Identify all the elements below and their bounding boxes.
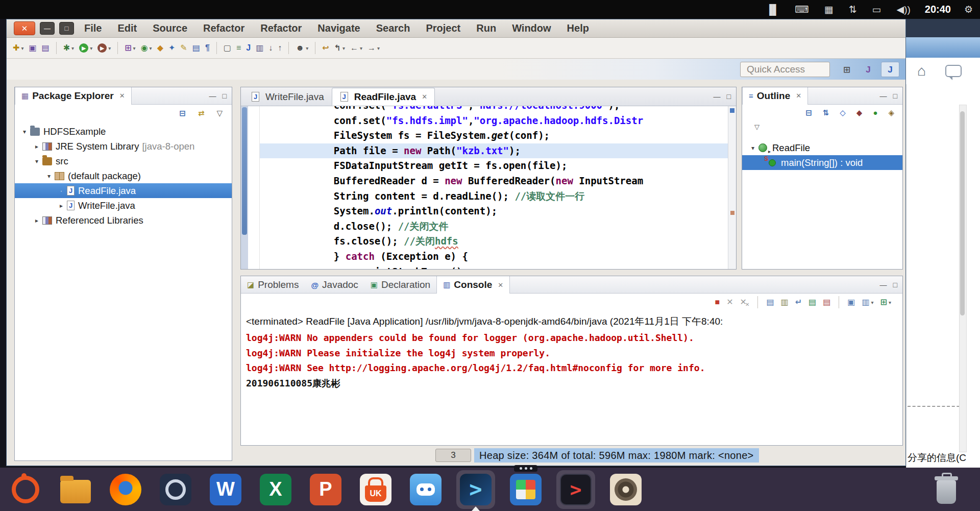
tree-item-hdfsexample[interactable]: ▾HDFSExample [15,124,232,139]
tree-item-src[interactable]: ▾src [15,154,232,168]
java-browsing-perspective-icon[interactable]: J [860,62,877,77]
debug-icon[interactable]: ✱▾ [61,41,76,55]
code-line[interactable]: fs.close(); //关闭hdfs [260,234,728,249]
dock-indicator-icon[interactable]: ▐▌ [766,5,779,14]
prev-annotation-icon[interactable]: ↑ [276,41,284,55]
display-console-icon-dropdown[interactable]: ▾ [871,300,874,305]
hide-non-public-icon[interactable]: ● [871,105,879,119]
menu-run[interactable]: Run [476,22,496,34]
hide-fields-icon[interactable]: ◇ [838,105,848,119]
file-manager-dock-item[interactable] [56,470,95,509]
session-menu[interactable]: ⚙ [964,5,973,15]
clear-console-icon[interactable]: ▤ [764,295,776,309]
expand-icon[interactable]: ▸ [32,217,41,224]
maximize-icon[interactable]: □ [893,92,897,100]
remove-launch-icon[interactable]: ✕ [724,295,735,309]
ubuntu-launcher-dock-item[interactable] [6,470,45,509]
java-editor-icon[interactable]: J [244,41,253,55]
open-console-icon[interactable]: ⊞▾ [878,295,893,309]
code-line[interactable]: FSDataInputStream getIt = fs.open(file); [260,158,728,174]
scrollbar-thumb[interactable] [960,111,965,315]
minimize-icon[interactable]: — [714,92,721,101]
menu-edit[interactable]: Edit [117,22,137,34]
view-menu-icon[interactable]: ▽ [752,119,762,134]
background-window[interactable]: ⌂ 分享的信息(C [906,19,980,468]
close-button[interactable]: ✕ [14,21,35,35]
menu-source[interactable]: Source [153,22,187,34]
go-into-icon-dropdown[interactable]: ▾ [342,45,345,51]
go-into-icon[interactable]: ↰▾ [332,41,347,55]
open-console-icon-dropdown[interactable]: ▾ [889,300,891,305]
menu-project[interactable]: Project [426,22,460,34]
annotation-marker[interactable] [730,108,734,113]
user-account-icon-dropdown[interactable]: ▾ [306,45,308,51]
word-processor-dock-item[interactable]: W [206,470,245,509]
code-line[interactable]: Path file = new Path("kzb.txt"); [260,143,728,159]
tree-item-readfile-java[interactable]: ·ReadFile.java [15,183,232,198]
spelling-marker[interactable] [730,211,734,215]
java-perspective-icon[interactable]: J [881,62,899,77]
tab-outline[interactable]: ≡ Outline ✕ [742,87,808,105]
next-annotation-icon[interactable]: ↓ [266,41,275,55]
display-console-icon[interactable]: ▥▾ [860,295,875,309]
trash-dock-item[interactable] [927,470,966,509]
tree-item-jre-system-library[interactable]: ▸JRE System Library[java-8-open [15,139,232,154]
menu-refactor[interactable]: Refactor [203,22,244,34]
tab-package-explorer[interactable]: ▦ Package Explorer ✕ [15,87,132,105]
code-line[interactable]: BufferedReader d = new BufferedReader(ne… [260,174,728,189]
close-view-icon[interactable]: ✕ [119,92,125,100]
screenshot-tool-dock-item[interactable] [156,470,195,509]
scrollbar[interactable] [959,105,967,452]
hide-static-icon[interactable]: ◆ [854,105,865,119]
menu-search[interactable]: Search [376,22,410,34]
battery-icon[interactable]: ▭ [872,5,881,14]
console-output[interactable]: <terminated> ReadFile [Java Application]… [241,311,902,445]
heap-monitor[interactable]: Heap size: 364M of total: 596M max: 1980… [474,448,759,463]
run-icon-dropdown[interactable]: ▾ [90,45,92,51]
spreadsheet-dock-item[interactable]: X [256,470,295,509]
minimize-icon[interactable]: — [209,92,216,100]
menu-window[interactable]: Window [512,22,551,34]
software-center-dock-item[interactable]: UK [356,470,395,509]
scroll-lock-icon[interactable]: ▥ [779,295,791,309]
code-line[interactable]: FileSystem fs = FileSystem.get(conf); [260,128,728,143]
outline-item-readfile[interactable]: ▾ReadFile [742,140,902,155]
new-wizard-icon[interactable]: ✚▾ [11,41,26,55]
code-line[interactable]: conf.set("fs.defaultFS","hdfs://localhos… [260,106,728,113]
back-icon-dropdown[interactable]: ▾ [360,45,362,51]
pin-console-icon[interactable]: ▣ [845,295,857,309]
tab-console[interactable]: ▥Console✕ [436,276,510,294]
word-wrap-icon[interactable]: ↵ [793,295,804,309]
volume-icon[interactable]: ◀)) [897,5,911,14]
link-with-editor-icon[interactable]: ⇄ [196,106,207,120]
terminal-dock-item[interactable]: > [556,470,595,509]
code-area[interactable]: conf.set("fs.defaultFS","hdfs://localhos… [260,106,728,269]
code-line[interactable]: } catch (Exception e) { [260,249,728,264]
tree-item-referenced-libraries[interactable]: ▸Referenced Libraries [15,213,232,228]
maximize-icon[interactable]: □ [727,92,731,101]
tab-declaration[interactable]: ▣Declaration [364,276,436,294]
collapse-all-icon[interactable]: ⊟ [177,106,188,120]
minimize-button[interactable]: — [40,22,55,35]
collapse-all-icon[interactable]: ⊟ [803,105,814,119]
maximize-icon[interactable]: □ [893,281,897,289]
open-perspective-icon[interactable]: ⊞ [838,62,855,77]
editor-overview-ruler[interactable] [728,106,736,269]
user-account-icon[interactable]: ☻▾ [293,41,310,55]
outline-item-main[interactable]: main(String[]) : void [742,155,902,170]
console-view-icon[interactable]: ▥ [254,41,265,55]
code-line[interactable]: e.printStackTrace(); [260,264,728,269]
disc-burner-dock-item[interactable] [606,470,645,509]
calendar-icon[interactable]: ▦ [824,5,834,14]
kylin-video-dock-item[interactable]: > [456,470,495,509]
sync-arrows-icon[interactable]: ⇅ [849,5,857,14]
close-tab-icon[interactable]: ✕ [422,93,427,101]
clock[interactable]: 20:40 [925,4,951,15]
firefox-dock-item[interactable] [106,470,145,509]
menu-file[interactable]: File [84,22,102,34]
editor-tab-readfile-java[interactable]: ReadFile.java✕ [332,88,435,106]
editor-left-ruler[interactable] [241,106,248,269]
tree-item-writefile-java[interactable]: ▸WriteFile.java [15,198,232,213]
coverage-icon-dropdown[interactable]: ▾ [108,45,111,51]
code-line[interactable]: String content = d.readLine(); //读取文件一行 [260,189,728,204]
